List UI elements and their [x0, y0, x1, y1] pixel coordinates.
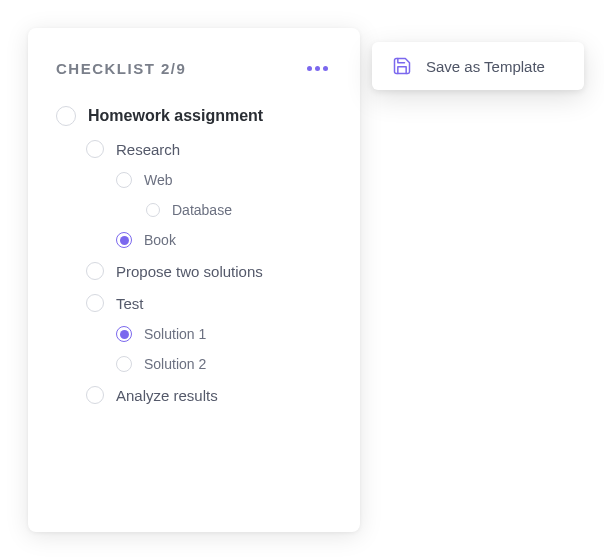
radio-icon[interactable] [116, 326, 132, 342]
item-label: Analyze results [116, 387, 218, 404]
save-as-template-button[interactable]: Save as Template [372, 42, 584, 90]
checklist-item-test[interactable]: Test [56, 287, 332, 319]
checklist-item-solution2[interactable]: Solution 2 [56, 349, 332, 379]
item-label: Research [116, 141, 180, 158]
checklist-item-analyze[interactable]: Analyze results [56, 379, 332, 411]
item-label: Web [144, 172, 173, 188]
radio-icon[interactable] [86, 386, 104, 404]
checklist-item-web[interactable]: Web [56, 165, 332, 195]
checklist-item-book[interactable]: Book [56, 225, 332, 255]
checklist-panel: CHECKLIST 2/9 Homework assignment Resear… [28, 28, 360, 532]
radio-icon[interactable] [116, 172, 132, 188]
item-label: Database [172, 202, 232, 218]
checklist-item-solution1[interactable]: Solution 1 [56, 319, 332, 349]
item-label: Book [144, 232, 176, 248]
dots-icon [323, 66, 328, 71]
radio-icon[interactable] [116, 232, 132, 248]
item-label: Test [116, 295, 144, 312]
radio-icon[interactable] [86, 262, 104, 280]
panel-header: CHECKLIST 2/9 [56, 60, 332, 77]
more-options-button[interactable] [303, 62, 332, 75]
radio-icon[interactable] [86, 294, 104, 312]
radio-icon[interactable] [116, 356, 132, 372]
checklist-item-database[interactable]: Database [56, 195, 332, 225]
dots-icon [307, 66, 312, 71]
checklist-item-research[interactable]: Research [56, 133, 332, 165]
radio-icon[interactable] [146, 203, 160, 217]
panel-title: CHECKLIST 2/9 [56, 60, 186, 77]
item-label: Solution 1 [144, 326, 206, 342]
checklist-item-root[interactable]: Homework assignment [56, 99, 332, 133]
radio-icon[interactable] [56, 106, 76, 126]
item-label: Propose two solutions [116, 263, 263, 280]
dots-icon [315, 66, 320, 71]
checklist-item-propose[interactable]: Propose two solutions [56, 255, 332, 287]
popover-label: Save as Template [426, 58, 545, 75]
item-label: Homework assignment [88, 107, 263, 125]
radio-icon[interactable] [86, 140, 104, 158]
item-label: Solution 2 [144, 356, 206, 372]
floppy-disk-icon [392, 56, 412, 76]
